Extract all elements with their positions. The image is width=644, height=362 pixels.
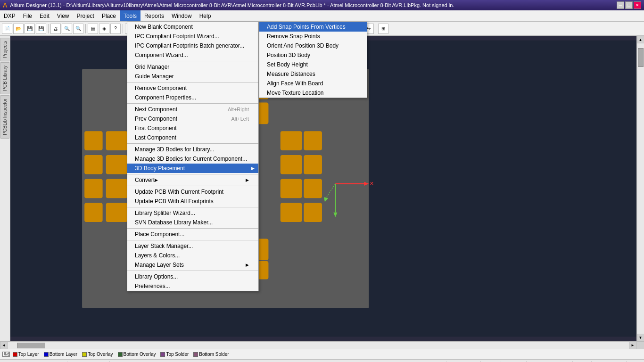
restore-button[interactable]: □ — [625, 1, 633, 9]
menu-place[interactable]: Place — [98, 10, 120, 21]
menu-help[interactable]: Help — [196, 10, 215, 21]
menu-project[interactable]: Project — [73, 10, 98, 21]
menu-tools[interactable]: Tools — [120, 10, 140, 21]
menu-reports[interactable]: Reports — [140, 10, 168, 21]
align-face-label: Align Face With Board — [267, 80, 323, 87]
menu-new-blank-component[interactable]: New Blank Component — [127, 22, 258, 32]
sidebar-tab-projects[interactable]: Projects — [0, 38, 9, 61]
toolbar-layers[interactable]: ▤ — [88, 24, 98, 34]
toolbar-zoom2[interactable]: 🔍 — [73, 24, 83, 34]
toolbar-sep3 — [123, 24, 123, 33]
scroll-track[interactable] — [637, 43, 644, 334]
toolbar-save-all[interactable]: 💾 — [36, 24, 46, 34]
layer-bottom-overlay[interactable]: Bottom Overlay — [116, 351, 158, 357]
svg-rect-23 — [84, 131, 103, 150]
submenu-move-texture[interactable]: Move Texture Location — [259, 88, 367, 98]
h-scroll-right[interactable]: ► — [629, 342, 636, 349]
submenu-orient-position[interactable]: Orient And Position 3D Body — [259, 41, 367, 50]
layer-bottom-solder[interactable]: Bottom Solder — [191, 351, 231, 357]
sidebar-tab-inspector[interactable]: PCBLib Inspector — [0, 95, 9, 139]
menu-component-wizard[interactable]: Component Wizard... — [127, 50, 258, 60]
submenu-add-snap[interactable]: Add Snap Points From Vertices — [259, 22, 367, 32]
toolbar-grid2[interactable]: ⊞ — [378, 24, 388, 34]
library-splitter-label: Library Splitter Wizard... — [135, 210, 195, 216]
layer-top[interactable]: Top Layer — [11, 351, 41, 357]
menu-ipc-batch[interactable]: IPC Compliant Footprints Batch generator… — [127, 41, 258, 50]
menu-update-pcb-all[interactable]: Update PCB With All Footprints — [127, 197, 258, 206]
menu-component-properties[interactable]: Component Properties... — [127, 93, 258, 102]
menu-manage-3d-current[interactable]: Manage 3D Bodies for Current Component..… — [127, 154, 258, 164]
layer-stack-manager-label: Layer Stack Manager... — [135, 243, 193, 249]
menu-view[interactable]: View — [53, 10, 73, 21]
sidebar-tab-pcblib[interactable]: PCB Library — [0, 62, 9, 94]
3d-body-placement-label: 3D Body Placement — [135, 165, 185, 172]
layer-bottom[interactable]: Bottom Layer — [42, 351, 79, 357]
menu-convert[interactable]: Convert ▶ — [127, 175, 258, 185]
menu-next-component[interactable]: Next Component Alt+Right — [127, 105, 258, 114]
h-scroll-left[interactable]: ◄ — [0, 342, 8, 349]
toolbar-3d[interactable]: ◈ — [99, 24, 109, 34]
menu-window[interactable]: Window — [168, 10, 196, 21]
title-bar-controls: ─ □ ✕ — [617, 1, 641, 9]
manage-layer-sets-arrow: ▶ — [246, 263, 249, 267]
menu-ipc-footprint-wizard[interactable]: IPC Compliant Footprint Wizard... — [127, 32, 258, 41]
menu-last-component[interactable]: Last Component — [127, 133, 258, 142]
menu-grid-manager[interactable]: Grid Manager — [127, 62, 258, 72]
layer-top-overlay[interactable]: Top Overlay — [80, 351, 115, 357]
h-scroll-corner — [636, 342, 644, 349]
toolbar-new[interactable]: 📄 — [2, 24, 12, 34]
manage-layer-sets-label: Manage Layer Sets — [135, 262, 184, 268]
ipc-batch-label: IPC Compliant Footprints Batch generator… — [135, 42, 244, 49]
menu-dxp[interactable]: DXP — [0, 10, 19, 21]
submenu-set-body-height[interactable]: Set Body Height — [259, 60, 367, 69]
h-scrollbar: ◄ ► — [0, 341, 644, 349]
submenu-align-face[interactable]: Align Face With Board — [259, 79, 367, 88]
sep7 — [127, 207, 258, 207]
toolbar-save[interactable]: 💾 — [25, 24, 35, 34]
scroll-thumb[interactable] — [638, 48, 644, 67]
last-component-label: Last Component — [135, 134, 176, 141]
toolbar-open[interactable]: 📂 — [13, 24, 24, 34]
sep8 — [127, 228, 258, 229]
h-scroll-thumb[interactable] — [17, 343, 45, 348]
sep2 — [127, 82, 258, 82]
scroll-up-button[interactable]: ▲ — [637, 36, 644, 43]
menu-manage-3d-library[interactable]: Manage 3D Bodies for Library... — [127, 145, 258, 154]
h-scroll-track[interactable] — [8, 342, 629, 349]
menu-update-pcb-footprint[interactable]: Update PCB With Current Footprint — [127, 187, 258, 197]
tools-menu: New Blank Component IPC Compliant Footpr… — [127, 22, 259, 291]
submenu-measure-distances[interactable]: Measure Distances — [259, 69, 367, 79]
menu-place-component[interactable]: Place Component... — [127, 230, 258, 239]
svg-rect-34 — [304, 203, 322, 222]
sep3 — [127, 103, 258, 104]
layers-colors-label: Layers & Colors... — [135, 252, 180, 259]
menu-layer-stack-manager[interactable]: Layer Stack Manager... — [127, 241, 258, 251]
bottom-solder-label: Bottom Solder — [199, 352, 229, 357]
menu-layers-colors[interactable]: Layers & Colors... — [127, 251, 258, 260]
toolbar-help[interactable]: ? — [110, 24, 121, 34]
menu-svn-library[interactable]: SVN Database Library Maker... — [127, 218, 258, 227]
menu-library-options[interactable]: Library Options... — [127, 272, 258, 281]
update-pcb-footprint-label: Update PCB With Current Footprint — [135, 189, 223, 195]
scroll-down-button[interactable]: ▼ — [637, 334, 644, 341]
toolbar-print[interactable]: 🖨 — [50, 24, 61, 34]
toolbar-zoom[interactable]: 🔍 — [62, 24, 72, 34]
menu-first-component[interactable]: First Component — [127, 123, 258, 133]
menu-guide-manager[interactable]: Guide Manager — [127, 72, 258, 81]
menu-library-splitter[interactable]: Library Splitter Wizard... — [127, 208, 258, 218]
menu-prev-component[interactable]: Prev Component Alt+Left — [127, 114, 258, 123]
submenu-position-3d[interactable]: Position 3D Body — [259, 50, 367, 60]
component-properties-label: Component Properties... — [135, 94, 196, 101]
remove-snap-label: Remove Snap Points — [267, 33, 320, 40]
menu-3d-body-placement[interactable]: 3D Body Placement ▶ — [127, 164, 258, 173]
app-icon: A — [3, 1, 7, 9]
menu-remove-component[interactable]: Remove Component — [127, 83, 258, 93]
menu-file[interactable]: File — [19, 10, 36, 21]
menu-edit[interactable]: Edit — [36, 10, 53, 21]
submenu-remove-snap[interactable]: Remove Snap Points — [259, 32, 367, 41]
menu-preferences[interactable]: Preferences... — [127, 281, 258, 291]
layer-top-solder[interactable]: Top Solder — [158, 351, 190, 357]
close-button[interactable]: ✕ — [634, 1, 641, 9]
menu-manage-layer-sets[interactable]: Manage Layer Sets ▶ — [127, 260, 258, 270]
minimize-button[interactable]: ─ — [617, 1, 624, 9]
